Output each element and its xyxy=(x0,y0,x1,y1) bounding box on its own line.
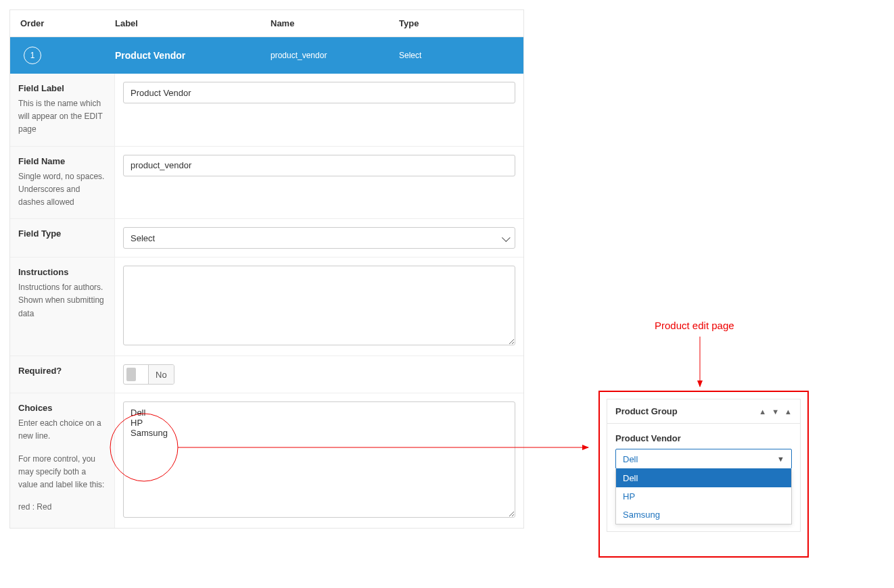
choices-desc2: For more control, you may specify both a… xyxy=(18,453,106,492)
preview-option[interactable]: Dell xyxy=(616,469,791,487)
preview-box: Product Group ▲ ▼ ▲ Product Vendor Dell … xyxy=(598,391,809,558)
preview-field-label: Product Vendor xyxy=(615,433,792,443)
field-name-input[interactable] xyxy=(123,155,515,176)
move-down-icon[interactable]: ▼ xyxy=(772,408,779,416)
header-label: Label xyxy=(115,18,270,28)
choices-desc1: Enter each choice on a new line. xyxy=(18,417,106,443)
summary-name: product_vendor xyxy=(270,51,399,60)
field-label-input[interactable] xyxy=(123,82,515,103)
summary-label: Product Vendor xyxy=(115,50,270,61)
preview-option[interactable]: Samsung xyxy=(616,506,791,524)
field-row-choices: Choices Enter each choice on a new line.… xyxy=(10,393,523,528)
field-config-panel: Order Label Name Type 1 Product Vendor p… xyxy=(9,9,524,529)
field-row-label: Field Label This is the name which will … xyxy=(10,74,523,147)
table-header: Order Label Name Type xyxy=(10,10,523,37)
choices-textarea[interactable] xyxy=(123,401,515,518)
order-badge: 1 xyxy=(24,47,41,64)
field-summary-row[interactable]: 1 Product Vendor product_vendor Select xyxy=(10,37,523,74)
annotation-label: Product edit page xyxy=(655,320,734,331)
required-toggle-label: No xyxy=(148,364,174,385)
instructions-desc: Instructions for authors. Shown when sub… xyxy=(18,281,106,320)
required-title: Required? xyxy=(18,366,106,376)
move-up-icon[interactable]: ▲ xyxy=(759,408,766,416)
field-row-instructions: Instructions Instructions for authors. S… xyxy=(10,258,523,356)
field-name-title: Field Name xyxy=(18,156,106,166)
chevron-down-icon: ▼ xyxy=(777,455,784,463)
field-label-desc: This is the name which will appear on th… xyxy=(18,97,106,137)
preview-widget: Product Group ▲ ▼ ▲ Product Vendor Dell … xyxy=(607,399,801,532)
header-name: Name xyxy=(270,18,399,28)
widget-title: Product Group xyxy=(615,406,678,416)
instructions-textarea[interactable] xyxy=(123,266,515,345)
preview-options-list: Dell HP Samsung xyxy=(615,469,792,524)
summary-type: Select xyxy=(399,51,523,60)
field-type-select[interactable]: Select xyxy=(123,227,515,249)
choices-desc3: red : Red xyxy=(18,501,106,514)
preview-select[interactable]: Dell ▼ Dell HP Samsung xyxy=(615,449,792,524)
field-row-required: Required? No xyxy=(10,356,523,393)
field-row-name: Field Name Single word, no spaces. Under… xyxy=(10,147,523,220)
choices-title: Choices xyxy=(18,403,106,413)
preview-selected-value: Dell xyxy=(623,454,638,464)
field-row-type: Field Type Select xyxy=(10,219,523,258)
header-type: Type xyxy=(399,18,523,28)
field-label-title: Field Label xyxy=(18,83,106,93)
required-toggle[interactable]: No xyxy=(123,364,174,385)
field-type-title: Field Type xyxy=(18,228,106,239)
field-name-desc: Single word, no spaces. Underscores and … xyxy=(18,170,106,210)
collapse-icon[interactable]: ▲ xyxy=(784,408,792,416)
header-order: Order xyxy=(10,18,115,28)
instructions-title: Instructions xyxy=(18,267,106,277)
preview-option[interactable]: HP xyxy=(616,487,791,506)
